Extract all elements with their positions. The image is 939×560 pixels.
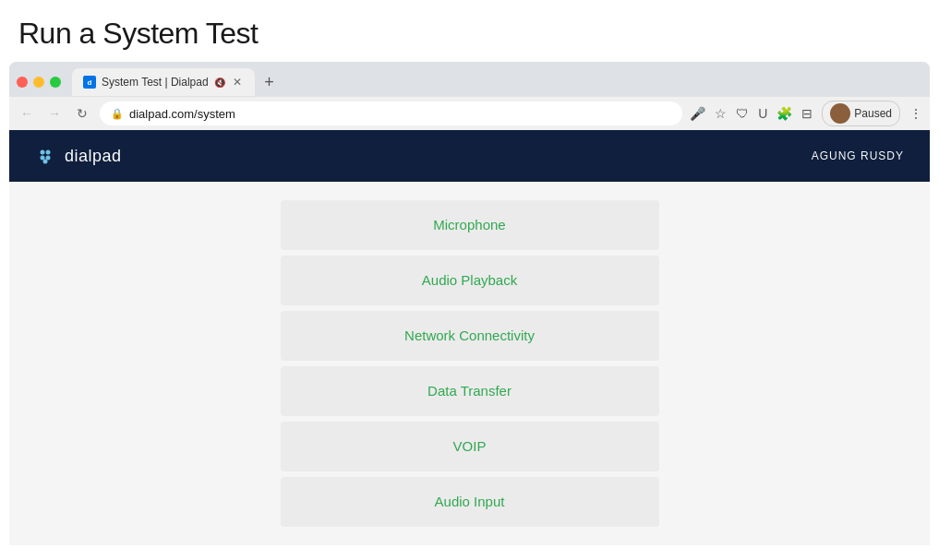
test-item-label-microphone: Microphone [433, 217, 505, 232]
address-bar[interactable]: 🔒 dialpad.com/system [100, 101, 682, 125]
shield-icon[interactable]: 🛡 [736, 106, 749, 121]
lock-icon: 🔒 [111, 108, 124, 120]
test-item-microphone[interactable]: Microphone [281, 200, 659, 250]
extensions-icon[interactable]: 🧩 [776, 106, 792, 121]
forward-icon: → [48, 106, 61, 121]
dialpad-logo-icon [35, 145, 57, 167]
svg-point-3 [46, 156, 51, 161]
tab-close-icon[interactable]: ✕ [231, 76, 244, 89]
window-controls [17, 77, 61, 88]
test-item-label-voip: VOIP [453, 438, 487, 454]
page-title: Run a System Test [18, 17, 921, 51]
new-tab-button[interactable]: + [259, 71, 281, 93]
app-window: dialpad AGUNG RUSDY MicrophoneAudio Play… [9, 130, 930, 545]
test-item-label-data-transfer: Data Transfer [427, 383, 512, 399]
test-item-audio-input[interactable]: Audio Input [281, 477, 659, 527]
test-item-audio-playback[interactable]: Audio Playback [281, 256, 659, 305]
page-title-area: Run a System Test [0, 0, 939, 62]
extra-icon[interactable]: ⊟ [801, 106, 813, 121]
test-item-label-network-connectivity: Network Connectivity [404, 328, 535, 343]
back-button[interactable]: ← [17, 103, 37, 124]
test-item-data-transfer[interactable]: Data Transfer [281, 366, 659, 416]
address-bar-row: ← → ↻ 🔒 dialpad.com/system 🎤 ☆ 🛡 U 🧩 ⊟ P… [9, 97, 930, 130]
menu-icon[interactable]: ⋮ [909, 106, 922, 121]
logo-text: dialpad [65, 147, 122, 166]
microphone-icon[interactable]: 🎤 [690, 106, 705, 121]
tab-favicon: d [83, 76, 96, 89]
refresh-icon: ↻ [77, 106, 88, 121]
back-icon: ← [20, 106, 33, 121]
minimize-button[interactable] [33, 77, 44, 88]
test-item-voip[interactable]: VOIP [281, 422, 659, 471]
refresh-button[interactable]: ↻ [72, 103, 92, 124]
bookmark-icon[interactable]: ☆ [715, 106, 727, 121]
tab-bar: d System Test | Dialpad 🔇 ✕ + [9, 62, 930, 97]
svg-point-4 [43, 160, 48, 164]
forward-button[interactable]: → [44, 103, 65, 124]
profile-icon[interactable]: U [758, 106, 767, 121]
header-user-name: AGUNG RUSDY [812, 149, 904, 162]
maximize-button[interactable] [50, 77, 61, 88]
paused-badge[interactable]: Paused [822, 101, 900, 126]
close-button[interactable] [17, 77, 28, 88]
paused-label: Paused [854, 107, 892, 120]
url-text: dialpad.com/system [129, 107, 235, 121]
test-list-area: MicrophoneAudio PlaybackNetwork Connecti… [9, 182, 930, 545]
test-item-label-audio-input: Audio Input [435, 494, 505, 509]
browser-window: d System Test | Dialpad 🔇 ✕ + ← → ↻ 🔒 di… [9, 62, 930, 545]
active-tab[interactable]: d System Test | Dialpad 🔇 ✕ [72, 68, 255, 96]
svg-point-2 [46, 150, 51, 155]
test-item-label-audio-playback: Audio Playback [422, 272, 517, 288]
dialpad-logo: dialpad [35, 145, 122, 167]
svg-point-0 [41, 150, 45, 155]
avatar [830, 103, 850, 124]
test-item-network-connectivity[interactable]: Network Connectivity [281, 311, 659, 361]
dialpad-header: dialpad AGUNG RUSDY [9, 130, 930, 182]
tab-title: System Test | Dialpad [102, 76, 209, 89]
toolbar-right: 🎤 ☆ 🛡 U 🧩 ⊟ Paused ⋮ [690, 101, 922, 126]
tab-mute-icon[interactable]: 🔇 [214, 77, 225, 88]
svg-point-1 [41, 156, 45, 161]
test-items-container: MicrophoneAudio PlaybackNetwork Connecti… [262, 200, 678, 527]
